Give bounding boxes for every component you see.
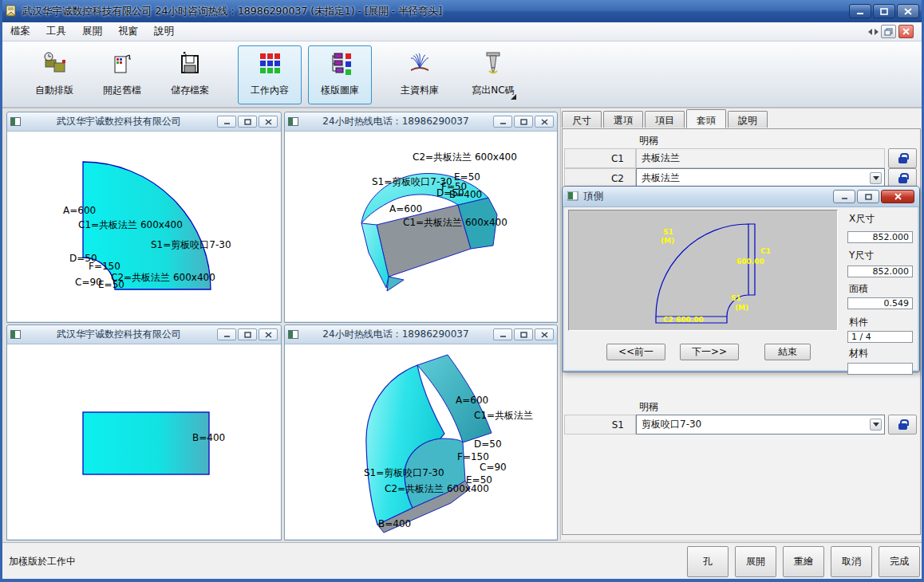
lock-button[interactable] <box>888 415 917 435</box>
toolbar-main-database-button[interactable]: 主資料庫 <box>388 46 452 104</box>
toolbar-work-content-button[interactable]: 工作內容 <box>238 45 302 104</box>
dim-label: B=400 <box>192 432 225 443</box>
dim-label: C2=共板法兰 600x400 <box>385 482 489 496</box>
finish-button[interactable]: 結束 <box>764 344 811 360</box>
drawing-label: (M) <box>661 237 674 245</box>
nav-back-icon[interactable] <box>868 29 872 35</box>
toolbar-label: 工作內容 <box>251 84 289 97</box>
close-icon[interactable] <box>881 190 914 203</box>
work-content-icon <box>256 50 283 77</box>
viewport-titlebar[interactable]: 武汉华宇诚数控科技有限公司 <box>7 325 281 344</box>
seam-combobox[interactable]: 剪板咬口7-30 <box>636 415 885 435</box>
mdi-close-icon[interactable] <box>898 25 914 38</box>
dim-label: A=600 <box>456 395 488 406</box>
chevron-down-icon[interactable] <box>870 419 882 431</box>
restore-icon[interactable] <box>857 190 879 203</box>
viewport-title: 24小时热线电话：18986290037 <box>298 328 493 341</box>
field-label: 材料 <box>849 347 868 360</box>
area-field[interactable]: 0.549 <box>847 297 913 309</box>
joint-row-c1: C1 共板法兰 <box>564 148 917 168</box>
viewport-title: 武汉华宇诚数控科技有限公司 <box>21 328 217 341</box>
drawing-label: 600.00 <box>736 258 764 265</box>
close-icon[interactable] <box>897 4 919 18</box>
menu-file[interactable]: 檔案 <box>2 22 38 41</box>
field-label: X尺寸 <box>849 212 875 226</box>
done-button[interactable]: 完成 <box>879 546 920 577</box>
close-icon[interactable] <box>535 116 554 128</box>
previous-button[interactable]: <<前一 <box>606 344 665 360</box>
minimize-icon[interactable] <box>849 4 871 18</box>
nav-forward-icon[interactable] <box>875 29 879 35</box>
window-title: 武汉华宇诚数控科技有限公司 24小时咨询热线：18986290037 (未指定1… <box>22 5 442 18</box>
tab-options[interactable]: 選項 <box>603 111 643 128</box>
dialog-titlebar[interactable]: 頂側 <box>563 187 919 207</box>
top-side-dialog: 頂側 S1 (M) C1 600.00 <box>562 186 920 372</box>
lock-icon <box>898 177 907 183</box>
flat-pattern-canvas[interactable]: A=600 C1=共板法兰 600x400 S1=剪板咬口7-30 D=50 F… <box>7 132 281 321</box>
field-label: Y尺寸 <box>849 249 874 262</box>
part-count-field[interactable]: 1 / 4 <box>847 331 913 343</box>
template-gallery-icon <box>326 50 353 77</box>
side-panel-canvas[interactable]: B=400 <box>7 344 281 539</box>
panel-tabs: 尺寸 選項 項目 套頭 說明 <box>562 111 769 128</box>
minimize-icon[interactable] <box>493 116 512 128</box>
viewport-titlebar[interactable]: 武汉华宇诚数控科技有限公司 <box>7 112 281 132</box>
toolbar-save-file-button[interactable]: 儲存檔案 <box>158 46 222 104</box>
menu-unfold[interactable]: 展開 <box>74 22 110 41</box>
toolbar-label: 樣版圖庫 <box>321 84 359 97</box>
menu-help[interactable]: 說明 <box>146 22 182 41</box>
tab-size[interactable]: 尺寸 <box>562 111 602 128</box>
dim-label: C=90 <box>480 462 507 473</box>
toolbar-label: 寫出NC碼 <box>472 84 514 97</box>
redraw-button[interactable]: 重繪 <box>783 546 824 577</box>
minimize-icon[interactable] <box>493 328 512 340</box>
3d-view-canvas[interactable]: C2=共板法兰 600x400 S1=剪板咬口7-30 E=50 F=50 D=… <box>285 132 557 321</box>
toolbar-overflow-icon[interactable] <box>511 94 516 100</box>
close-icon[interactable] <box>535 328 554 340</box>
viewport-window-icon <box>10 330 21 339</box>
restore-icon[interactable] <box>238 328 257 340</box>
viewport-titlebar[interactable]: 24小时热线电话：18986290037 <box>285 112 557 132</box>
viewport-titlebar[interactable]: 24小时热线电话：18986290037 <box>285 325 557 344</box>
dim-label: A=600 <box>389 203 422 214</box>
unfold-button[interactable]: 展開 <box>735 546 776 577</box>
toolbar-auto-nest-button[interactable]: 自動排版 <box>22 46 86 104</box>
toolbar-open-file-button[interactable]: 開起舊檔 <box>90 46 154 104</box>
minimize-icon[interactable] <box>833 190 855 203</box>
cancel-button[interactable]: 取消 <box>831 546 872 577</box>
menu-tools[interactable]: 工具 <box>38 22 74 41</box>
menu-window[interactable]: 視窗 <box>110 22 146 41</box>
x-size-field[interactable]: 852.000 <box>847 231 913 243</box>
mdi-restore-icon[interactable] <box>881 25 896 38</box>
menubar: 檔案 工具 展開 視窗 說明 <box>2 22 922 41</box>
tab-notes[interactable]: 說明 <box>728 111 768 128</box>
maximize-icon[interactable] <box>873 4 895 18</box>
minimize-icon[interactable] <box>217 328 236 340</box>
close-icon[interactable] <box>259 328 278 340</box>
drawing-label: C1 <box>760 247 771 255</box>
open-file-icon <box>109 50 136 77</box>
material-field[interactable] <box>847 363 913 375</box>
minimize-icon[interactable] <box>217 116 236 128</box>
app-window: 武汉华宇诚数控科技有限公司 24小时咨询热线：18986290037 (未指定1… <box>0 0 924 582</box>
hole-button[interactable]: 孔 <box>687 546 729 577</box>
restore-icon[interactable] <box>238 116 257 128</box>
tab-connector[interactable]: 套頭 <box>686 109 726 128</box>
side-panel-shape <box>7 344 281 539</box>
restore-icon[interactable] <box>514 116 533 128</box>
next-button[interactable]: 下一>> <box>680 344 739 360</box>
3d-view-canvas[interactable]: A=600 C1=共板法兰 D=50 F=150 C=90 S1=剪板咬口7-3… <box>285 344 557 539</box>
titlebar: 武汉华宇诚数控科技有限公司 24小时咨询热线：18986290037 (未指定1… <box>0 0 924 22</box>
joint-value-field[interactable]: 共板法兰 <box>636 148 885 168</box>
preview-canvas[interactable]: S1 (M) C1 600.00 S1 (M) C2 600.00 <box>568 210 838 331</box>
toolbar-template-gallery-button[interactable]: 樣版圖庫 <box>308 45 372 104</box>
seam-row-s1: S1 剪板咬口7-30 <box>564 415 917 435</box>
lock-button[interactable] <box>888 148 917 168</box>
restore-icon[interactable] <box>514 328 533 340</box>
dim-label: F=150 <box>89 261 120 272</box>
tab-items[interactable]: 項目 <box>645 111 685 128</box>
y-size-field[interactable]: 852.000 <box>847 265 913 277</box>
chevron-down-icon[interactable] <box>870 172 882 184</box>
drawing-label: (M) <box>735 304 748 312</box>
close-icon[interactable] <box>259 116 278 128</box>
